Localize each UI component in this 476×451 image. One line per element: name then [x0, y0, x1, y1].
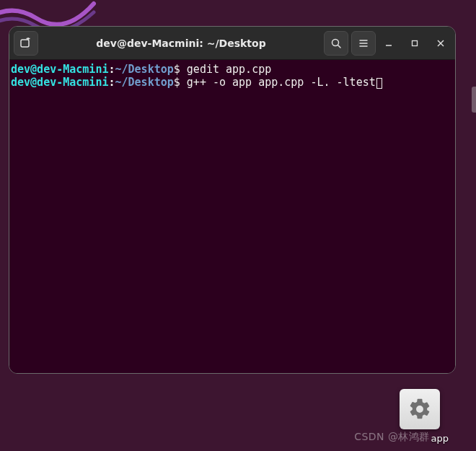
gear-icon: [407, 397, 432, 421]
desktop-app-shortcut[interactable]: [400, 389, 440, 429]
right-edge-sliver: [472, 87, 476, 113]
prompt-symbol: $: [174, 76, 180, 89]
prompt-symbol: $: [174, 63, 180, 76]
window-controls: [379, 33, 451, 53]
prompt-path: ~/Desktop: [115, 63, 174, 76]
titlebar: dev@dev-Macmini: ~/Desktop: [9, 27, 455, 60]
menu-button[interactable]: [351, 31, 376, 56]
command-text: g++ -o app app.cpp -L. -ltest: [180, 76, 376, 89]
maximize-button[interactable]: [405, 33, 425, 53]
search-icon: [330, 38, 342, 49]
prompt-user-host: dev@dev-Macmini: [11, 76, 108, 89]
close-icon: [436, 39, 445, 48]
prompt-path: ~/Desktop: [115, 76, 174, 89]
svg-line-4: [338, 45, 341, 48]
cursor: [376, 78, 382, 89]
new-tab-button[interactable]: [14, 31, 38, 56]
window-title: dev@dev-Macmini: ~/Desktop: [41, 38, 321, 49]
svg-rect-0: [21, 40, 29, 47]
prompt-colon: :: [108, 63, 115, 76]
menu-icon: [358, 38, 369, 49]
new-tab-icon: [20, 38, 32, 49]
prompt-user-host: dev@dev-Macmini: [11, 63, 108, 76]
search-button[interactable]: [324, 31, 348, 56]
terminal-window: dev@dev-Macmini: ~/Desktop: [9, 26, 456, 374]
terminal-body[interactable]: dev@dev-Macmini:~/Desktop$ gedit app.cpp…: [9, 60, 455, 373]
minimize-icon: [384, 39, 393, 48]
close-button[interactable]: [431, 33, 451, 53]
prompt-colon: :: [108, 76, 115, 89]
minimize-button[interactable]: [379, 33, 399, 53]
terminal-line: dev@dev-Macmini:~/Desktop$ g++ -o app ap…: [11, 76, 454, 89]
command-text: gedit app.cpp: [180, 63, 271, 76]
svg-rect-9: [413, 40, 418, 45]
maximize-icon: [410, 39, 419, 48]
watermark: CSDN @林鸿群: [354, 431, 430, 444]
terminal-line: dev@dev-Macmini:~/Desktop$ gedit app.cpp: [11, 63, 454, 76]
desktop-app-label: app: [431, 433, 449, 444]
